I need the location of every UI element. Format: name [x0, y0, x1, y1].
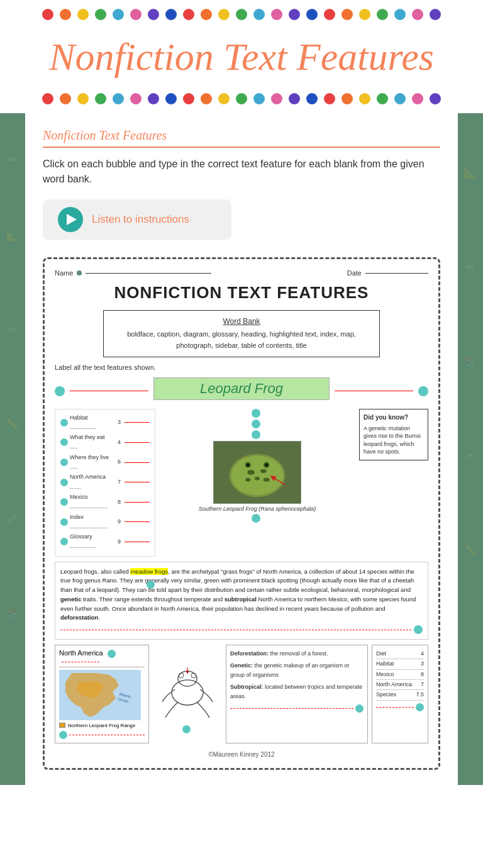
name-line: [86, 273, 211, 274]
gloss-term: Genetic:: [230, 662, 255, 669]
glossary-entry: Deforestation: the removal of a forest.: [230, 649, 364, 658]
gloss-def: the removal of a forest.: [270, 650, 328, 657]
toc-red-line: [125, 502, 150, 503]
word-bank-words: boldface, caption, diagram, glossary, he…: [113, 329, 370, 351]
label-instruction: Label all the text features shown.: [55, 364, 428, 371]
bottom-dot: [253, 93, 265, 104]
toc-bubble[interactable]: [60, 438, 68, 446]
bottom-dot: [306, 93, 318, 104]
index-num: 4: [421, 649, 424, 659]
bottom-dot: [394, 93, 406, 104]
svg-point-24: [179, 673, 184, 678]
index-entry: Species7.5: [376, 690, 424, 700]
toc-entry: Where they live .....6: [60, 453, 150, 472]
toc-label: Habitat .................: [70, 413, 111, 433]
toc-bubble[interactable]: [60, 479, 68, 486]
svg-text:📚: 📚: [6, 607, 19, 619]
bottom-dot: [183, 93, 194, 104]
map-bottom-bubble[interactable]: [59, 731, 67, 739]
top-dot: [377, 9, 388, 20]
section-title: Nonfiction Text Features: [43, 128, 440, 148]
toc-num: 7: [113, 477, 121, 487]
body-text-after-highlight: , are the archetypal "grass frogs" of No…: [60, 568, 416, 621]
photo-bubble-3[interactable]: [252, 430, 260, 439]
toc-entry: North America .......7: [60, 472, 150, 492]
svg-point-9: [247, 470, 255, 475]
photo-bubble-2[interactable]: [252, 420, 260, 428]
photo-bubble-1[interactable]: [252, 409, 260, 418]
body-text-before-highlight: Leopard frogs, also called: [60, 568, 130, 575]
ws-main-title: NONFICTION TEXT FEATURES: [55, 283, 428, 303]
top-dot: [183, 9, 194, 20]
top-dot: [359, 9, 370, 20]
glossary-bubble[interactable]: [355, 704, 364, 713]
top-dot: [95, 9, 106, 20]
toc-red-line: [125, 462, 150, 463]
map-title: North America: [59, 649, 145, 667]
map-bubble[interactable]: [108, 649, 116, 657]
index-bubble[interactable]: [416, 703, 424, 711]
photo-column: Southern Leopard Frog (Rana sphenocephal…: [159, 409, 355, 523]
bottom-dot: [130, 93, 142, 104]
toc-num: 9: [113, 537, 121, 547]
listen-button[interactable]: Listen to instructions: [43, 199, 231, 240]
header-left-bubble[interactable]: [55, 386, 65, 396]
toc-entry: What they eat .....4: [60, 433, 150, 452]
word-bank-title: Word Bank: [113, 316, 370, 328]
map-image: Atlantic Ocean: [59, 670, 141, 720]
top-dot: [201, 9, 212, 20]
toc-red-line: [125, 422, 150, 423]
copyright: ©Maureen Kinney 2012: [55, 751, 428, 758]
left-panel: ✏ 📐 ✂ 📏 🖊 📚: [0, 113, 25, 784]
frog-photo: [213, 441, 301, 504]
gloss-term: Subtropical:: [230, 684, 265, 690]
play-icon: [58, 207, 83, 232]
dyk-text: A genetic mutation gives rise to the Bur…: [364, 425, 424, 456]
svg-point-17: [265, 463, 269, 467]
three-col: Habitat .................3What they eat …: [55, 409, 428, 557]
highlight-bubble[interactable]: [147, 581, 155, 589]
header-right-bubble[interactable]: [418, 386, 428, 396]
toc-bubble[interactable]: [60, 459, 68, 466]
toc-num: 8: [113, 498, 121, 507]
bottom-dot: [60, 93, 71, 104]
svg-point-25: [191, 673, 196, 678]
svg-text:✏: ✏: [8, 153, 18, 166]
bottom-dot: [95, 93, 106, 104]
worksheet: Name Date NONFICTION TEXT FEATURES Word …: [43, 257, 440, 769]
leopard-header-wrapper: Leopard Frog: [55, 377, 428, 405]
top-dot: [130, 9, 142, 20]
svg-point-10: [260, 469, 267, 473]
toc-bubble[interactable]: [60, 538, 68, 545]
bottom-dot: [341, 93, 353, 104]
toc-num: 4: [113, 438, 121, 447]
instructions-text: Click on each bubble and type in the cor…: [43, 157, 440, 187]
top-dot: [42, 9, 53, 20]
bottom-dot: [271, 93, 282, 104]
bottom-dot: [324, 93, 335, 104]
bottom-dot: [77, 93, 89, 104]
toc-entry: Habitat .................3: [60, 413, 150, 433]
toc-bubble[interactable]: [60, 498, 68, 506]
toc-label: North America .......: [70, 472, 111, 492]
svg-text:🖊: 🖊: [8, 513, 18, 524]
toc-bubble[interactable]: [60, 518, 68, 526]
para-bubble[interactable]: [414, 625, 423, 634]
ws-name-line: Name: [55, 269, 211, 277]
header-right-line: [335, 391, 413, 391]
index-label: North America: [376, 680, 412, 689]
toc-bubble[interactable]: [60, 419, 68, 426]
toc-entry: Mexico ........................8: [60, 492, 150, 512]
diagram-bubble[interactable]: [182, 725, 191, 733]
legend-box: [59, 723, 65, 728]
index-entry: Mexico8: [376, 670, 424, 680]
caption-bubble[interactable]: [252, 514, 260, 523]
name-label: Name: [55, 269, 73, 277]
index-label: Species: [376, 690, 396, 699]
toc-label: Glossary .................: [70, 532, 111, 552]
body-para: Leopard frogs, also called meadow frogs,…: [55, 562, 428, 640]
leopard-title-bar: Leopard Frog: [153, 377, 330, 400]
dyk-title: Did you know?: [364, 413, 424, 422]
svg-point-11: [255, 476, 260, 480]
leopard-title-text: Leopard Frog: [200, 381, 283, 396]
